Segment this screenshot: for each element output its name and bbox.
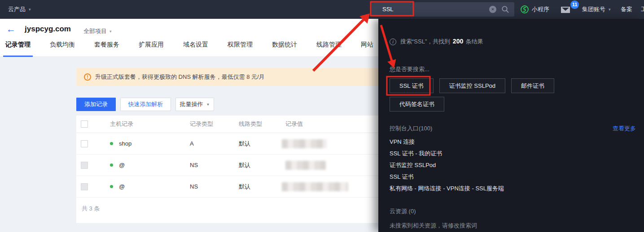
line-type: 默认 (239, 183, 285, 191)
line-type: 默认 (239, 161, 285, 169)
page-title-domain: jyspcyg.com (25, 25, 71, 34)
mini-program-menu[interactable]: 小程序 (521, 0, 549, 19)
suggestion-row: 代码签名证书 (390, 97, 444, 112)
search-icon[interactable] (501, 5, 509, 13)
back-button[interactable]: ← (6, 24, 16, 34)
masked-record-value (282, 139, 327, 148)
clear-search-icon[interactable]: ✕ (489, 6, 496, 13)
console-entry-ssl-my-certs[interactable]: SSL 证书 - 我的证书 (390, 150, 504, 157)
suggestion-ssl-certificate[interactable]: SSL 证书 (390, 78, 434, 93)
col-host: 主机记录 (110, 120, 190, 128)
status-dot (110, 142, 113, 145)
record-toolbar: 添加记录 快速添加解析 批量操作 ▼ (76, 98, 214, 111)
view-more-link[interactable]: 查看更多 (613, 125, 636, 133)
masked-record-value (285, 161, 326, 170)
console-entry-ssl[interactable]: SSL 证书 (390, 174, 504, 180)
console-entry-vpn[interactable]: VPN 连接 (390, 139, 504, 145)
tab-line-management[interactable]: 线路管理 (315, 39, 342, 57)
table-row: @ NS 默认 (76, 176, 378, 198)
table-row: @ NS 默认 (76, 155, 378, 176)
col-type: 记录类型 (190, 120, 239, 128)
suggestion-sslpod[interactable]: 证书监控 SSLPod (439, 78, 505, 93)
add-record-button[interactable]: 添加记录 (76, 98, 116, 111)
info-icon: i (390, 39, 396, 45)
masked-record-value (282, 182, 348, 191)
console-entry-sslpod[interactable]: 证书监控 SSLPod (390, 162, 504, 168)
record-type: NS (190, 183, 239, 190)
summary-prefix: 搜索“SSL”，共找到 (400, 38, 450, 45)
host-record: shop (119, 140, 131, 147)
batch-operations-dropdown[interactable]: 批量操作 ▼ (175, 98, 214, 111)
records-table: 主机记录 记录类型 线路类型 记录值 shop A 默认 @ (76, 116, 378, 223)
tab-website[interactable]: 网站 (360, 39, 374, 57)
select-all-checkbox[interactable] (81, 120, 88, 128)
cloud-products-menu[interactable]: 云产品 ▾ (8, 0, 31, 19)
tab-load-balancing[interactable]: 负载均衡 (49, 39, 76, 57)
suggest-title: 您是否要搜索... (390, 65, 429, 73)
console-entry-list: VPN 连接 SSL 证书 - 我的证书 证书监控 SSLPod SSL 证书 … (390, 139, 504, 192)
col-line: 线路类型 (239, 120, 285, 128)
suggestion-row: SSL 证书 证书监控 SSLPod 邮件证书 (390, 78, 554, 93)
dns-console-page: ← jyspcyg.com 全部项目 ▾ 记录管理 负载均衡 套餐服务 扩展应用… (0, 19, 378, 232)
cloud-resources-empty-text: 未搜索到相关资源，请修改搜索词 (390, 222, 477, 230)
row-checkbox[interactable] (81, 140, 88, 147)
table-header-row: 主机记录 记录类型 线路类型 记录值 (76, 116, 378, 133)
group-account-label: 集团账号 (582, 5, 605, 13)
beian-label: 备案 (621, 5, 632, 13)
message-center-button[interactable]: 11 (561, 0, 580, 19)
unread-count-badge: 11 (570, 0, 579, 9)
table-row: shop A 默认 (76, 133, 378, 155)
record-type: NS (190, 162, 239, 168)
chevron-down-icon: ▾ (110, 29, 112, 34)
project-filter-dropdown[interactable]: 全部项目 ▾ (83, 27, 112, 35)
search-summary: i 搜索“SSL”，共找到 200 条结果 (390, 38, 483, 46)
banner-text: 升级正式版套餐，获得更极致的 DNS 解析服务，最低仅需 8 元/月 (95, 73, 265, 81)
chevron-down-icon: ▾ (609, 7, 611, 12)
record-type: A (190, 140, 239, 147)
envelope-icon (561, 7, 570, 13)
summary-suffix: 条结果 (466, 38, 483, 45)
top-nav-bar: 云产品 ▾ SSL ✕ 小程序 11 集团账号 ▾ 备案 (0, 0, 644, 19)
tab-permissions[interactable]: 权限管理 (227, 39, 254, 57)
global-search-input[interactable]: SSL ✕ (372, 2, 514, 17)
suggestion-email-certificate[interactable]: 邮件证书 (511, 78, 554, 93)
col-value: 记录值 (285, 120, 378, 128)
host-record: @ (119, 183, 125, 190)
search-results-panel: i 搜索“SSL”，共找到 200 条结果 您是否要搜索... SSL 证书 证… (378, 19, 644, 232)
mini-program-icon (521, 5, 529, 13)
clipped-menu-item[interactable]: 工 (641, 0, 644, 19)
table-total-count: 共 3 条 (76, 198, 378, 213)
group-account-menu[interactable]: 集团账号 ▾ (582, 0, 611, 19)
tab-bar: 记录管理 负载均衡 套餐服务 扩展应用 域名设置 权限管理 数据统计 线路管理 … (4, 39, 374, 57)
status-dot (110, 163, 113, 167)
quick-add-button[interactable]: 快速添加解析 (120, 98, 171, 111)
host-record: @ (119, 162, 125, 168)
line-type: 默认 (239, 140, 285, 148)
cloud-resources-title: 云资源 (0) (390, 207, 416, 215)
cloud-products-label: 云产品 (8, 5, 26, 13)
search-input-value: SSL (382, 2, 394, 17)
tab-extensions[interactable]: 扩展应用 (138, 39, 165, 57)
domain-header: ← jyspcyg.com 全部项目 ▾ 记录管理 负载均衡 套餐服务 扩展应用… (0, 19, 378, 57)
warning-icon: ! (84, 73, 91, 81)
beian-link[interactable]: 备案 (621, 0, 632, 19)
upgrade-notice-banner: ! 升级正式版套餐，获得更极致的 DNS 解析服务，最低仅需 8 元/月 (76, 68, 378, 86)
result-count: 200 (453, 38, 463, 45)
chevron-down-icon: ▼ (206, 103, 210, 107)
console-entries-title: 控制台入口(100) (390, 125, 432, 133)
tab-domain-settings[interactable]: 域名设置 (182, 39, 209, 57)
app-window: 云产品 ▾ SSL ✕ 小程序 11 集团账号 ▾ 备案 (0, 0, 644, 232)
chevron-down-icon: ▾ (29, 7, 31, 12)
mini-program-label: 小程序 (532, 5, 549, 13)
tab-record-management[interactable]: 记录管理 (4, 39, 31, 57)
tab-plan-service[interactable]: 套餐服务 (93, 39, 120, 57)
suggestion-code-signing-certificate[interactable]: 代码签名证书 (390, 97, 444, 112)
status-dot (110, 185, 113, 188)
row-checkbox[interactable] (81, 183, 88, 190)
console-entry-vpc-ssl-server[interactable]: 私有网络 - 网络连接 - VPN连接 - SSL服务端 (390, 185, 504, 192)
row-checkbox[interactable] (81, 162, 88, 169)
project-filter-label: 全部项目 (83, 27, 107, 35)
tab-statistics[interactable]: 数据统计 (271, 39, 298, 57)
